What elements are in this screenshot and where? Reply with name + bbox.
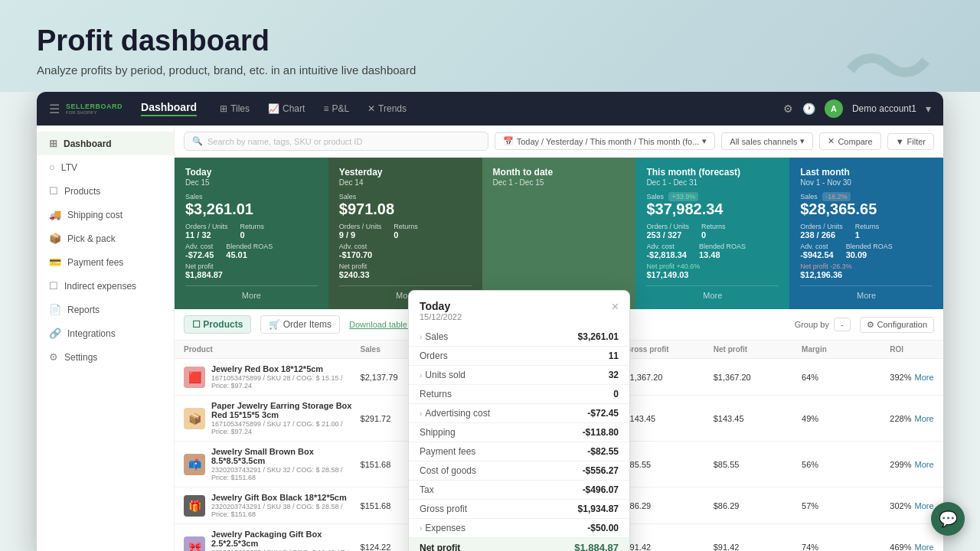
tooltip-row: Net profit $1,884.87 — [409, 537, 629, 551]
today-more-button[interactable]: More — [185, 285, 318, 300]
indirect-icon: ☐ — [49, 280, 58, 292]
sidebar-item-ltv[interactable]: ○ LTV — [37, 155, 174, 179]
sidebar-item-dashboard[interactable]: ⊞ Dashboard — [37, 132, 174, 155]
tab-tiles[interactable]: ⊞ Tiles — [212, 100, 257, 117]
forecast-adv: Adv. cost -$2,818.34 — [646, 243, 687, 259]
card-last-row2: Adv. cost -$942.54 Blended ROAS 30.09 — [800, 243, 933, 259]
sidebar-item-indirect[interactable]: ☐ Indirect expenses — [37, 274, 174, 298]
compare-button[interactable]: ✕ Compare — [819, 132, 880, 150]
channel-filter[interactable]: All sales channels ▾ — [721, 132, 813, 150]
tooltip-row-label: Cost of goods — [420, 465, 476, 476]
date-filter[interactable]: 📅 Today / Yesterday / This month / This … — [495, 132, 716, 150]
cell-margin: 49% — [802, 414, 890, 423]
cell-margin: 74% — [802, 543, 890, 552]
col-product: Product — [184, 345, 361, 354]
tooltip-row-label: Returns — [420, 389, 452, 399]
sidebar-item-reports[interactable]: 📄 Reports — [37, 298, 174, 321]
tab-order-items[interactable]: 🛒 Order Items — [260, 315, 340, 334]
sidebar-item-shipping[interactable]: 🚚 Shipping cost — [37, 203, 174, 227]
sidebar-item-integrations[interactable]: 🔗 Integrations — [37, 321, 174, 345]
cell-roi: 302% — [890, 501, 911, 510]
tooltip-row-value: 11 — [609, 350, 619, 361]
product-name: Paper Jewelry Earring Storage Box Red 15… — [211, 401, 361, 419]
more-button[interactable]: More — [914, 414, 933, 423]
forecast-more-button[interactable]: More — [646, 285, 779, 300]
tooltip-close-button[interactable]: × — [612, 300, 619, 314]
last-orders: Orders / Units 238 / 266 — [800, 223, 843, 240]
card-forecast-title: This month (forecast) — [646, 167, 779, 178]
sidebar-item-payment-fees[interactable]: 💳 Payment fees — [37, 250, 174, 274]
product-image: 🎀 — [184, 536, 205, 552]
logo-area: ☰ SELLERBOARD FOR SHOPIFY — [49, 102, 122, 116]
tooltip-box: Today 15/12/2022 × › Sales $3,261.01 Ord… — [408, 290, 630, 551]
product-image: 📦 — [184, 408, 205, 429]
card-today-row1: Orders / Units 11 / 32 Returns 0 — [185, 223, 318, 240]
card-yesterday-row2: Adv. cost -$170.70 — [339, 243, 472, 259]
more-button[interactable]: More — [914, 460, 933, 469]
groupby-select[interactable]: - — [834, 318, 851, 331]
tooltip-rows: › Sales $3,261.01 Orders 11 › Units sold… — [409, 328, 629, 551]
tab-trends[interactable]: ✕ Trends — [360, 100, 414, 117]
shipping-icon: 🚚 — [49, 209, 61, 220]
tab-products[interactable]: ☐ Products — [184, 315, 251, 334]
hamburger-icon[interactable]: ☰ — [49, 102, 60, 116]
search-input[interactable]: 🔍 Search by name, tags, SKU or product I… — [184, 132, 488, 151]
sidebar-item-settings[interactable]: ⚙ Settings — [37, 345, 174, 369]
cell-margin: 64% — [802, 373, 890, 382]
compare-icon: ✕ — [828, 136, 835, 146]
card-last-row1: Orders / Units 238 / 266 Returns 1 — [800, 223, 933, 240]
tooltip-row-value: -$50.00 — [587, 523, 619, 533]
expand-icon: › — [420, 409, 422, 418]
yesterday-returns: Returns 0 — [394, 223, 418, 240]
avatar[interactable]: A — [825, 99, 843, 118]
card-mtd-title: Month to date — [493, 167, 626, 178]
product-image: 🟥 — [184, 367, 205, 388]
product-meta: 1671053475899 / SKU 17 / COG: $ 21.00 / … — [211, 420, 361, 435]
chevron-down-icon: ▾ — [702, 136, 707, 146]
card-forecast-sales: $37,982.34 — [646, 201, 779, 218]
col-net: Net profit — [714, 345, 802, 354]
more-button[interactable]: More — [914, 501, 933, 510]
chat-bubble[interactable]: 💬 — [931, 502, 965, 536]
tooltip-row: › Sales $3,261.01 — [409, 328, 629, 346]
last-returns: Returns 1 — [855, 223, 880, 240]
last-adv: Adv. cost -$942.54 — [800, 243, 833, 259]
card-mtd: Month to date Dec 1 - Dec 15 — [482, 158, 636, 309]
card-yesterday: Yesterday Dec 14 Sales $971.08 Orders / … — [328, 158, 482, 309]
sidebar-item-pick-pack[interactable]: 📦 Pick & pack — [37, 227, 174, 250]
tooltip-row-label: › Expenses — [420, 523, 466, 533]
reports-icon: 📄 — [49, 304, 61, 315]
yesterday-adv: Adv. cost -$170.70 — [339, 243, 372, 259]
more-button[interactable]: More — [914, 543, 933, 552]
product-meta: 1671053475899 / SKU 28 / COG: $ 15.15 / … — [211, 374, 361, 390]
nav-tabs: ⊞ Tiles 📈 Chart ≡ P&L ✕ Trends — [212, 100, 414, 117]
card-today: Today Dec 15 Sales $3,261.01 Orders / Un… — [175, 158, 328, 309]
sidebar-item-products[interactable]: ☐ Products — [37, 179, 174, 203]
tab-pl[interactable]: ≡ P&L — [315, 100, 357, 117]
tooltip-row-value: 0 — [613, 389, 619, 399]
tooltip-row-label: Net profit — [420, 543, 460, 552]
cell-net: $86.29 — [714, 501, 802, 510]
settings-icon[interactable]: ⚙ — [783, 103, 793, 115]
product-name: Jewelry Small Brown Box 8.5*8.5*3.5cm — [211, 447, 361, 465]
tooltip-row-label: Shipping — [420, 427, 456, 438]
clock-icon[interactable]: 🕐 — [802, 103, 815, 115]
more-button[interactable]: More — [914, 373, 933, 382]
cell-roi: 469% — [890, 543, 911, 552]
card-forecast: This month (forecast) Dec 1 - Dec 31 Sal… — [635, 158, 789, 309]
configuration-button[interactable]: ⚙ Configuration — [860, 317, 934, 333]
filter-button[interactable]: ▼ Filter — [887, 133, 934, 150]
col-roi: ROI — [890, 345, 934, 354]
cell-roi: 299% — [890, 460, 911, 469]
card-yesterday-title: Yesterday — [339, 167, 472, 178]
last-more-button[interactable]: More — [800, 285, 933, 300]
tooltip-row-label: › Sales — [420, 331, 448, 342]
cell-more: 392% More — [890, 373, 934, 382]
tooltip-row-label: Payment fees — [420, 446, 475, 457]
today-orders: Orders / Units 11 / 32 — [185, 223, 228, 240]
tab-chart[interactable]: 📈 Chart — [260, 100, 312, 117]
card-yesterday-date: Dec 14 — [339, 178, 472, 187]
tooltip-row-value: 32 — [609, 370, 619, 380]
payment-fees-icon: 💳 — [49, 256, 61, 268]
card-yesterday-row1: Orders / Units 9 / 9 Returns 0 — [339, 223, 472, 240]
